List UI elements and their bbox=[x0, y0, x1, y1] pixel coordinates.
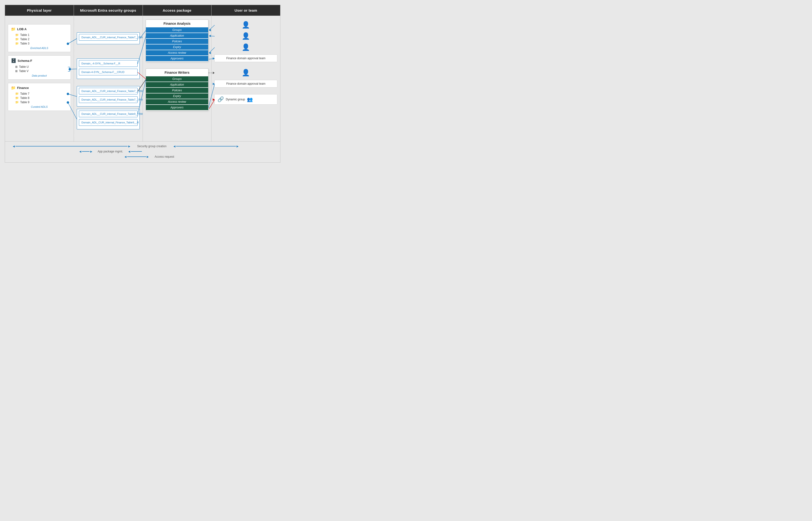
table-icon-v: ⊞ bbox=[15, 69, 18, 73]
team2-box: Finance domain approval team bbox=[214, 80, 277, 88]
sg3-entry1: Domain_ADL__CUR_internal_Finance_Table7_… bbox=[79, 88, 138, 94]
folder-icon-t1: 📁 bbox=[15, 33, 19, 37]
data-product-label: Data product bbox=[11, 74, 68, 77]
lob-a-group: 📁 LOB A 📁 Table 1 📁 Table 2 📁 bbox=[8, 24, 71, 52]
team1-box: Finance domain approval team bbox=[214, 54, 277, 62]
access-body: Finance Analysis Groups Application Poli… bbox=[143, 16, 212, 136]
folder-icon-t2: 📁 bbox=[15, 38, 19, 41]
table7-item: 📁 Table 7 bbox=[11, 92, 68, 96]
team2-label: Finance domain approval team bbox=[226, 82, 265, 85]
team1-label: Finance domain approval team bbox=[226, 56, 265, 60]
sg3-entry2: Domain_ADL__CUR_internal_Finance_Table7_… bbox=[79, 96, 138, 103]
fa-row-expiry: Expiry bbox=[146, 44, 208, 50]
user-body: 👤 👤 👤 Finance domain approval team 👤 bbox=[212, 16, 280, 136]
columns-area: Physical layer 📁 LOB A 📁 Table 1 bbox=[5, 5, 280, 141]
schema-f-group: 🗄️ Schema F ⊞ Table U ⊞ Table V Data pro… bbox=[8, 55, 71, 80]
fw-row-approvers: Approvers bbox=[146, 105, 208, 110]
fa-row-groups: Groups bbox=[146, 27, 208, 32]
dynamic-group-label: Dynamic group bbox=[226, 98, 245, 101]
sg2-entry2: Domain-4-SYN__Schema-F__CRUD bbox=[79, 69, 138, 75]
sg2-group: Domain_-4-SYN__Schema-F__R Domain-4-SYN_… bbox=[77, 59, 140, 79]
user3-icon: 👤 bbox=[242, 43, 250, 51]
fa-row-approvers: Approvers bbox=[146, 56, 208, 61]
table2-item: 📁 Table 2 bbox=[11, 37, 68, 41]
column-physical: Physical layer 📁 LOB A 📁 Table 1 bbox=[5, 5, 74, 141]
column-user: User or team 👤 👤 👤 Finance domain approv… bbox=[212, 5, 280, 141]
sg1-group: Domain_ADL__CUR_internal_Finance_Table7_… bbox=[77, 32, 140, 44]
physical-body: 📁 LOB A 📁 Table 1 📁 Table 2 📁 bbox=[5, 16, 74, 136]
fa-row-policies: Policies bbox=[146, 39, 208, 44]
fa-row-application: Application bbox=[146, 33, 208, 38]
table-icon-u: ⊞ bbox=[15, 65, 18, 68]
bottom-arrows-section: ◄ ► Security group creation ◄ ► ◄ ► bbox=[5, 141, 280, 163]
user1-figure: 👤 bbox=[214, 21, 277, 29]
folder-icon-t9: 📁 bbox=[15, 100, 19, 104]
folder-icon-t8: 📁 bbox=[15, 96, 19, 100]
column-security: Microsoft Entra security groups Domain_A… bbox=[74, 5, 143, 141]
schema-f-title: 🗄️ Schema F bbox=[11, 58, 68, 63]
dynamic-group-box: 🔗 Dynamic group 👥 bbox=[214, 94, 277, 105]
sg4-entry2: Domain_ADL_CUR_internal_Finance_Table9__… bbox=[79, 119, 138, 126]
table3-item: 📁 Table 3 bbox=[11, 41, 68, 46]
folder-icon-t7: 📁 bbox=[15, 92, 19, 95]
table-v-item: ⊞ Table V bbox=[11, 69, 68, 73]
sg1-entry1: Domain_ADL__CUR_internal_Finance_Table7_… bbox=[79, 34, 138, 41]
main-diagram: Physical layer 📁 LOB A 📁 Table 1 bbox=[5, 5, 280, 163]
table9-item: 📁 Table 9 bbox=[11, 100, 68, 105]
app-package-label: App package mgmt. bbox=[95, 150, 126, 153]
enriched-adls-label: Enriched ADLS bbox=[11, 47, 68, 49]
security-body: Domain_ADL__CUR_internal_Finance_Table7_… bbox=[74, 16, 143, 136]
column-access: Access package Finance Analysis Groups A… bbox=[143, 5, 212, 141]
security-header: Microsoft Entra security groups bbox=[74, 5, 143, 16]
fw-row-application: Application bbox=[146, 82, 208, 87]
fw-row-groups: Groups bbox=[146, 76, 208, 82]
user4-figure: 👤 bbox=[214, 69, 277, 76]
fw-row-access-review: Access review bbox=[146, 99, 208, 105]
access-header: Access package bbox=[143, 5, 212, 16]
fw-row-expiry: Expiry bbox=[146, 93, 208, 99]
user4-icon: 👤 bbox=[242, 69, 250, 76]
sg3-group: Domain_ADL__CUR_internal_Finance_Table7_… bbox=[77, 86, 140, 107]
user3-figure: 👤 bbox=[214, 43, 277, 51]
finance-title: 📁 Finance bbox=[11, 86, 68, 90]
user-header: User or team bbox=[212, 5, 280, 16]
finance-writers-title: Finance Writers bbox=[146, 71, 208, 76]
db-icon-schema: 🗄️ bbox=[11, 58, 16, 63]
physical-header: Physical layer bbox=[5, 5, 74, 16]
sg4-group: Domain_ADL__CUR_internal_Finance_Table9_… bbox=[77, 109, 140, 129]
diagram-container: Physical layer 📁 LOB A 📁 Table 1 bbox=[2, 2, 283, 165]
network-icon: 🔗 bbox=[217, 96, 224, 103]
folder-icon-t3: 📁 bbox=[15, 42, 19, 45]
sg4-entry1: Domain_ADL__CUR_internal_Finance_Table9_… bbox=[79, 111, 138, 117]
curated-adls-label: Curated ADLS bbox=[11, 105, 68, 108]
finance-analysis-title: Finance Analysis bbox=[146, 22, 208, 27]
table-u-item: ⊞ Table U bbox=[11, 65, 68, 69]
fa-row-access-review: Access review bbox=[146, 50, 208, 55]
table1-item: 📁 Table 1 bbox=[11, 33, 68, 37]
sg2-entry1: Domain_-4-SYN__Schema-F__R bbox=[79, 60, 138, 67]
user2-figure: 👤 bbox=[214, 32, 277, 40]
access-request-label: Access request bbox=[151, 155, 177, 158]
finance-group: 📁 Finance 📁 Table 7 📁 Table 8 📁 bbox=[8, 83, 71, 111]
table8-item: 📁 Table 8 bbox=[11, 96, 68, 100]
finance-writers-card: Finance Writers Groups Application Polic… bbox=[146, 68, 209, 111]
lob-a-title: 📁 LOB A bbox=[11, 27, 68, 31]
user2-icon: 👤 bbox=[242, 32, 250, 40]
fw-row-policies: Policies bbox=[146, 88, 208, 93]
folder-icon-finance: 📁 bbox=[11, 86, 16, 90]
folder-icon-lob: 📁 bbox=[11, 27, 16, 31]
user1-icon: 👤 bbox=[242, 21, 250, 29]
security-group-label: Security group creation bbox=[133, 144, 171, 148]
people-icon: 👥 bbox=[247, 96, 253, 102]
finance-analysis-card: Finance Analysis Groups Application Poli… bbox=[146, 20, 209, 62]
